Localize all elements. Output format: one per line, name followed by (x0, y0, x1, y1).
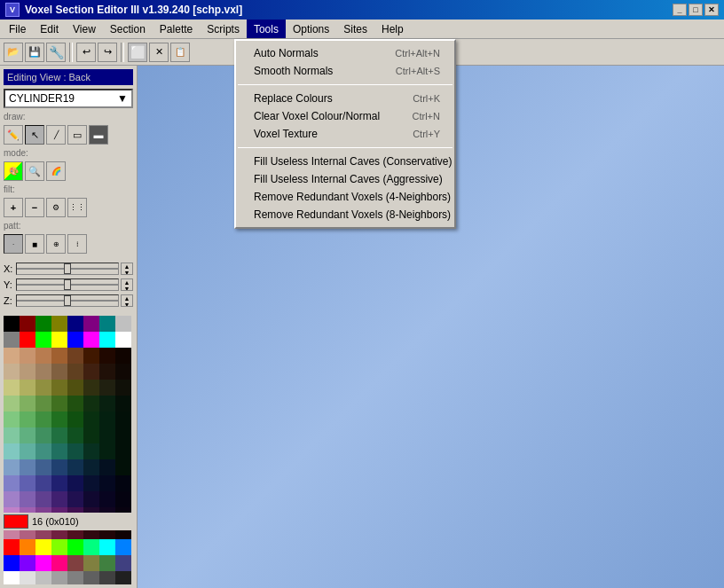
palette-cell-44[interactable] (67, 396, 83, 412)
palette-cell-49[interactable] (20, 412, 35, 427)
palette-cell-66[interactable] (35, 443, 51, 459)
palette-cell-70[interactable] (99, 443, 115, 459)
palette-cell-6[interactable] (99, 316, 115, 332)
palette-cell-1[interactable] (20, 316, 35, 332)
palette-cell-91[interactable] (51, 491, 67, 507)
add-btn[interactable]: + (4, 198, 23, 217)
palette-cell-133[interactable] (83, 571, 99, 584)
palette-cell-31[interactable] (115, 364, 131, 380)
palette-cell-120[interactable] (4, 555, 20, 571)
palette-cell-18[interactable] (35, 348, 51, 364)
pointer-tool[interactable]: ↖ (25, 125, 44, 145)
palette-cell-82[interactable] (35, 475, 51, 491)
palette-cell-57[interactable] (20, 427, 35, 443)
palette-cell-25[interactable] (20, 364, 35, 380)
menu-voxel-texture[interactable]: Voxel Texture Ctrl+Y (236, 125, 454, 143)
palette-cell-5[interactable] (83, 316, 99, 332)
palette-cell-46[interactable] (99, 396, 115, 412)
palette-cell-75[interactable] (51, 459, 67, 475)
palette-cell-4[interactable] (67, 316, 83, 332)
menu-replace-colours[interactable]: Replace Colours Ctrl+K (236, 90, 454, 107)
pencil-tool[interactable]: ✏️ (4, 125, 23, 145)
x-slider[interactable] (16, 263, 119, 275)
palette-cell-14[interactable] (99, 332, 115, 348)
toolbar-paste[interactable]: 📋 (170, 43, 190, 62)
palette-cell-117[interactable] (83, 539, 99, 555)
menu-scripts[interactable]: Scripts (200, 20, 247, 38)
palette-cell-27[interactable] (51, 364, 67, 380)
palette-cell-79[interactable] (115, 459, 131, 475)
menu-sites[interactable]: Sites (336, 20, 374, 38)
brush4[interactable]: ⁞ (67, 234, 87, 254)
palette-cell-71[interactable] (115, 443, 131, 459)
palette-cell-15[interactable] (115, 332, 131, 348)
palette-cell-48[interactable] (4, 412, 20, 427)
brush2[interactable]: ■ (25, 234, 44, 254)
palette-cell-81[interactable] (20, 475, 35, 491)
palette-cell-116[interactable] (67, 539, 83, 555)
palette-cell-128[interactable] (4, 571, 20, 584)
palette-cell-20[interactable] (67, 348, 83, 364)
palette-cell-121[interactable] (20, 555, 35, 571)
palette-cell-74[interactable] (35, 459, 51, 475)
palette-cell-56[interactable] (4, 427, 20, 443)
palette-cell-42[interactable] (35, 396, 51, 412)
toolbar-redo[interactable]: ↪ (98, 43, 117, 62)
palette-cell-55[interactable] (115, 412, 131, 427)
gradient-tool[interactable]: 🌈 (46, 161, 66, 181)
palette-cell-78[interactable] (99, 459, 115, 475)
palette-cell-92[interactable] (67, 491, 83, 507)
menu-fill-conservative[interactable]: Fill Useless Internal Caves (Conservativ… (236, 153, 454, 170)
palette-cell-47[interactable] (115, 396, 131, 412)
palette-cell-80[interactable] (4, 475, 20, 491)
palette-cell-17[interactable] (20, 348, 35, 364)
filter1[interactable]: ⚙ (46, 198, 66, 217)
palette-cell-130[interactable] (35, 571, 51, 584)
menu-remove-redundant-4[interactable]: Remove Redundant Voxels (4-Neighbors) (236, 188, 454, 206)
palette-cell-129[interactable] (20, 571, 35, 584)
toolbar-close[interactable]: ✕ (149, 43, 169, 62)
sub-btn[interactable]: − (25, 198, 44, 217)
toolbar-undo[interactable]: ↩ (76, 43, 96, 62)
palette-cell-16[interactable] (4, 348, 20, 364)
palette-cell-22[interactable] (99, 348, 115, 364)
menu-fill-aggressive[interactable]: Fill Useless Internal Caves (Aggressive) (236, 170, 454, 188)
x-spin-up[interactable]: ▲ (122, 263, 132, 270)
palette-cell-61[interactable] (83, 427, 99, 443)
palette-cell-63[interactable] (115, 427, 131, 443)
palette-cell-52[interactable] (67, 412, 83, 427)
line-tool[interactable]: ╱ (46, 125, 66, 145)
palette-cell-126[interactable] (99, 555, 115, 571)
palette-cell-69[interactable] (83, 443, 99, 459)
palette-cell-45[interactable] (83, 396, 99, 412)
menu-clear-voxel-colour[interactable]: Clear Voxel Colour/Normal Ctrl+N (236, 107, 454, 125)
palette-cell-62[interactable] (99, 427, 115, 443)
palette-cell-113[interactable] (20, 539, 35, 555)
palette-cell-50[interactable] (35, 412, 51, 427)
minimize-button[interactable]: _ (673, 4, 687, 16)
palette-cell-54[interactable] (99, 412, 115, 427)
z-spin-up[interactable]: ▲ (122, 295, 132, 302)
palette-cell-77[interactable] (83, 459, 99, 475)
palette-cell-90[interactable] (35, 491, 51, 507)
palette-cell-93[interactable] (83, 491, 99, 507)
menu-smooth-normals[interactable]: Smooth Normals Ctrl+Alt+S (236, 62, 454, 80)
palette-cell-21[interactable] (83, 348, 99, 364)
palette-cell-94[interactable] (99, 491, 115, 507)
palette-cell-85[interactable] (83, 475, 99, 491)
z-spin-down[interactable]: ▼ (122, 302, 132, 307)
rect-tool[interactable]: ▭ (67, 125, 87, 145)
palette-cell-13[interactable] (83, 332, 99, 348)
color-pick-tool[interactable]: 🎨 (4, 161, 23, 181)
palette-cell-132[interactable] (67, 571, 83, 584)
palette-cell-127[interactable] (115, 555, 131, 571)
palette-cell-11[interactable] (51, 332, 67, 348)
menu-palette[interactable]: Palette (153, 20, 200, 38)
palette-cell-41[interactable] (20, 396, 35, 412)
palette-cell-34[interactable] (35, 380, 51, 396)
filter2[interactable]: ⋮⋮ (67, 198, 87, 217)
menu-edit[interactable]: Edit (33, 20, 66, 38)
menu-auto-normals[interactable]: Auto Normals Ctrl+Alt+N (236, 44, 454, 62)
y-slider[interactable] (16, 278, 119, 291)
menu-file[interactable]: File (2, 20, 33, 38)
